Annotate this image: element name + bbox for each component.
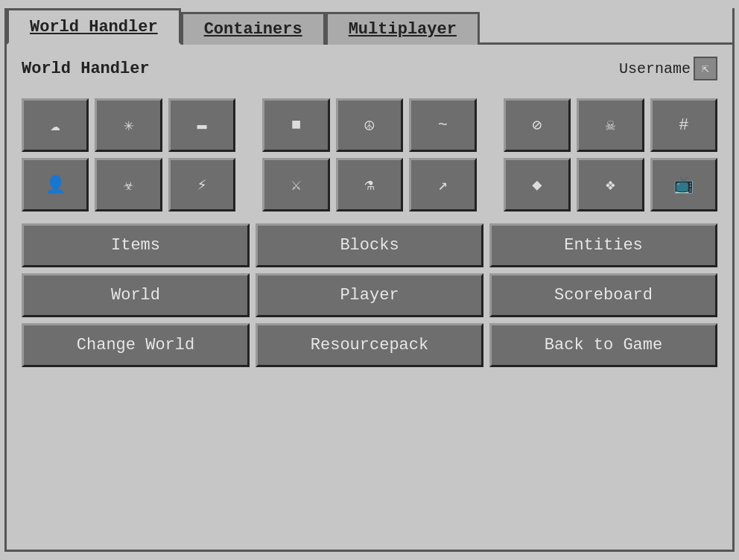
tab-multiplayer[interactable]: Multiplayer [326, 12, 480, 45]
header-row: World Handler Username ⇱ [22, 57, 717, 80]
icon-row-1: ☁ ✳ ▬ ■ ☮ ~ ⊘ ☠ # [22, 98, 717, 152]
blocks-button[interactable]: Blocks [256, 223, 483, 267]
action-grid: Items Blocks Entities World Player Score… [22, 223, 717, 367]
icon-row-2: 👤 ☣ ⚡ ⚔ ⚗ ↗ ◆ ❖ 📺 [22, 158, 717, 211]
username-label: Username [619, 60, 691, 77]
creeper-icon[interactable]: ☣ [95, 158, 162, 211]
back-to-game-button[interactable]: Back to Game [489, 323, 717, 367]
explosion-icon[interactable]: ✳ [95, 98, 162, 152]
flask-icon[interactable]: ⚗ [336, 158, 403, 211]
world-button[interactable]: World [22, 273, 250, 317]
player-button[interactable]: Player [256, 273, 483, 317]
weather-icon[interactable]: ☁ [22, 98, 89, 152]
content-area: World Handler Username ⇱ ☁ ✳ ▬ ■ ☮ [7, 42, 732, 382]
username-box: Username ⇱ [619, 57, 717, 80]
square-icon[interactable]: ■ [262, 98, 329, 152]
main-window: World Handler Containers Multiplayer Wor… [4, 8, 735, 552]
person-icon[interactable]: 👤 [22, 158, 89, 211]
hash-icon[interactable]: # [650, 98, 717, 152]
tilde-icon[interactable]: ~ [409, 98, 476, 152]
icon-grid-container: ☁ ✳ ▬ ■ ☮ ~ ⊘ ☠ # [22, 98, 717, 211]
resourcepack-button[interactable]: Resourcepack [256, 323, 483, 367]
entities-button[interactable]: Entities [489, 223, 717, 267]
diamond-icon[interactable]: ◆ [504, 158, 571, 211]
icon-group-1-2: ■ ☮ ~ [262, 98, 476, 152]
arrow-icon[interactable]: ↗ [409, 158, 476, 211]
lightning-icon[interactable]: ⚡ [168, 158, 235, 211]
sword-icon[interactable]: ⚔ [262, 158, 329, 211]
skull-icon[interactable]: ☠ [577, 98, 644, 152]
page-title: World Handler [22, 60, 150, 78]
icon-group-1-3: ⊘ ☠ # [504, 98, 717, 152]
username-icon-btn[interactable]: ⇱ [694, 57, 717, 80]
empty-set-icon[interactable]: ⊘ [504, 98, 571, 152]
tab-world-handler[interactable]: World Handler [7, 8, 181, 45]
change-world-button[interactable]: Change World [22, 323, 250, 367]
note-icon[interactable]: ❖ [577, 158, 644, 211]
icon-group-2-1: 👤 ☣ ⚡ [22, 158, 235, 211]
dash-icon[interactable]: ▬ [168, 98, 235, 152]
scoreboard-button[interactable]: Scoreboard [489, 273, 717, 317]
tab-containers[interactable]: Containers [181, 12, 326, 45]
peace-icon[interactable]: ☮ [336, 98, 403, 152]
icon-group-1-1: ☁ ✳ ▬ [22, 98, 235, 152]
tab-bar: World Handler Containers Multiplayer [7, 8, 732, 42]
tv-icon[interactable]: 📺 [650, 158, 717, 211]
icon-group-2-2: ⚔ ⚗ ↗ [262, 158, 476, 211]
items-button[interactable]: Items [22, 223, 250, 267]
icon-group-2-3: ◆ ❖ 📺 [504, 158, 717, 211]
